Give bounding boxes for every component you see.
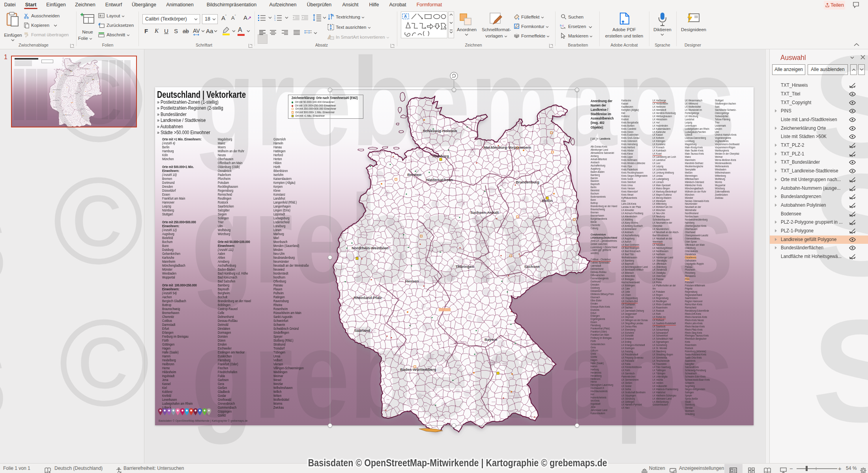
svg-text:Sachsen: Sachsen — [524, 264, 539, 269]
svg-text:Thüringen: Thüringen — [456, 264, 474, 269]
svg-text:Sachsen-Anhalt: Sachsen-Anhalt — [470, 210, 499, 215]
svg-text:Brandenburg: Brandenburg — [516, 180, 539, 184]
svg-text:Mecklenburg-Vorpommern: Mecklenburg-Vorpommern — [484, 145, 531, 150]
svg-text:A: A — [331, 13, 334, 17]
svg-text:Rheinland-Pfalz: Rheinland-Pfalz — [354, 295, 382, 300]
svg-text:Saarland: Saarland — [354, 328, 370, 333]
svg-text:Schleswig-Holstein: Schleswig-Holstein — [423, 129, 457, 133]
svg-text:Nordrhein-Westfalen: Nordrhein-Westfalen — [352, 246, 388, 250]
svg-text:c: c — [562, 24, 564, 27]
svg-text:Bayern: Bayern — [485, 337, 497, 342]
svg-text:Hamburg: Hamburg — [432, 154, 449, 158]
svg-text:Baden-Württemberg: Baden-Württemberg — [400, 367, 436, 372]
svg-text:Bremen: Bremen — [407, 172, 421, 177]
svg-text:Hessen: Hessen — [405, 279, 419, 283]
svg-text:Berlin: Berlin — [542, 198, 553, 203]
svg-text:3: 3 — [274, 19, 275, 21]
svg-text:Niedersachsen: Niedersachsen — [426, 178, 453, 182]
svg-text:b: b — [560, 24, 562, 27]
svg-text:A: A — [404, 14, 407, 19]
